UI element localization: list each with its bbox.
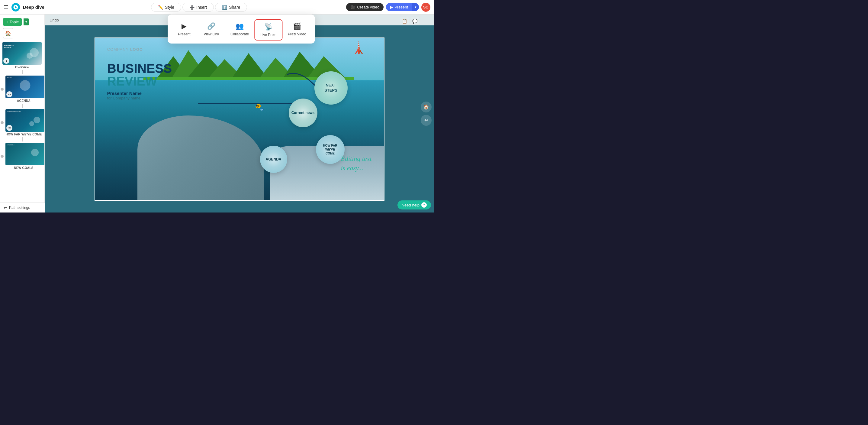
path-settings-icon: ⇌ [4, 205, 7, 210]
link-icon: 🔗 [207, 22, 215, 30]
topbar: ☰ Deep dive ✏️ Style ➕ Insert ⬆️ Share 🎥… [0, 0, 434, 15]
presenter-name: Presenter Name [107, 91, 172, 96]
next-steps-label: NEXT STEPS [324, 83, 337, 93]
notes-icon-button[interactable]: 📋 [400, 17, 409, 25]
slide-thumb-text-overview: BUSINESSREVIEW [4, 45, 13, 48]
connector-line-1 [22, 70, 23, 74]
present-dropdown-label: Present [178, 32, 190, 36]
home-panel-button[interactable]: 🏠 [421, 102, 432, 112]
side-dot-newgoals [1, 155, 4, 158]
slide-label-newgoals: NEW GOALS [5, 166, 42, 170]
slide-item-newgoals[interactable]: NEW GOALS NEW GOALS [0, 141, 44, 171]
slide-thumb-agenda: AGENDA 2-3 [5, 76, 45, 98]
topbar-left: ☰ Deep dive [4, 3, 52, 11]
slide-item-howfar[interactable]: HOW FAR WE'VE COME 4-11 HOW FAR WE'VE CO… [0, 108, 44, 137]
biz-title1: BUSINESS [107, 62, 172, 75]
prezivideo-label: Prezi Video [288, 32, 306, 36]
avatar[interactable]: SO [421, 3, 430, 12]
circle-current-news[interactable]: Current news [289, 98, 317, 127]
prezi-canvas[interactable]: 🗼 COMPANY LOGO BUSINESS REVIEW Presenter… [95, 37, 384, 201]
slide-connector-2 [0, 104, 44, 108]
company-name: for Company name [107, 96, 172, 101]
connector-line-3 [22, 137, 23, 141]
undo-button[interactable]: Undo [50, 18, 59, 22]
dropdown-item-present[interactable]: ▶ Present [170, 19, 198, 40]
slide-thumb-howfar: HOW FAR WE'VE COME 4-11 [5, 109, 45, 132]
viewlink-label: View Link [204, 32, 219, 36]
thumb-circle-2 [27, 53, 33, 59]
side-dot-agenda [1, 88, 4, 91]
circle-how-far[interactable]: HOW FAR WE'VE COME [316, 135, 345, 164]
need-help-button[interactable]: Need help ? [398, 200, 431, 209]
liveprezi-icon: 📡 [264, 23, 272, 31]
thumb-circle-newgoals [31, 149, 39, 156]
present-main-button[interactable]: ▶ Present [386, 3, 412, 11]
dropdown-item-prezivideo[interactable]: 🎬 Prezi Video [282, 19, 312, 40]
slide-thumb-text-agenda: AGENDA [7, 77, 12, 79]
liveprezi-label: Live Prezi [260, 33, 276, 37]
style-label: Style [165, 5, 174, 10]
divider-line [198, 103, 307, 104]
style-button[interactable]: ✏️ Style [151, 3, 181, 12]
back-panel-button[interactable]: ↩ [421, 115, 432, 126]
create-video-button[interactable]: 🎥 Create video [346, 3, 383, 11]
path-settings-label: Path settings [9, 205, 30, 210]
how-far-label: HOW FAR WE'VE COME [323, 144, 337, 155]
home-icon: 🏠 [5, 31, 11, 36]
topic-button[interactable]: + Topic [3, 18, 22, 26]
sidebar-top: + Topic ▾ [0, 17, 44, 28]
slide-badge-howfar: 4-11 [6, 125, 12, 131]
chat-icon-button[interactable]: 💬 [410, 17, 419, 25]
topic-dropdown-button[interactable]: ▾ [24, 19, 29, 25]
slide-thumb-newgoals: NEW GOALS [5, 143, 45, 165]
share-button[interactable]: ⬆️ Share [215, 3, 247, 12]
play-icon: ▶ [390, 5, 393, 9]
video-camera-icon: 🎥 [350, 5, 355, 9]
circle-next-steps[interactable]: NEXT STEPS [314, 71, 348, 105]
current-news-label: Current news [291, 111, 315, 115]
path-settings-bar[interactable]: ⇌ Path settings [0, 202, 45, 213]
share-label: Share [229, 5, 240, 10]
biz-title2: REVIEW [107, 75, 172, 88]
topic-label: Topic [10, 20, 19, 24]
slide-badge-agenda: 2-3 [6, 91, 12, 97]
brand-icon [11, 3, 20, 11]
insert-button[interactable]: ➕ Insert [182, 3, 214, 12]
logo-bold: LOGO [130, 47, 143, 52]
home-slide-button[interactable]: 🏠 [3, 28, 13, 38]
share-icon: ⬆️ [222, 5, 227, 10]
present-dropdown-icon: ▶ [182, 22, 187, 30]
right-panel: 🏠 ↩ [421, 102, 432, 126]
main-area: + Topic ▾ 🏠 BUSINESSREVIEW 1 Overview [0, 15, 434, 213]
collaborate-label: Collaborate [230, 32, 249, 36]
style-icon: ✏️ [158, 5, 163, 10]
slide-item-agenda[interactable]: AGENDA 2-3 AGENDA [0, 74, 44, 104]
lighthouse-icon: 🗼 [351, 41, 366, 54]
dropdown-item-liveprezi[interactable]: 📡 Live Prezi [254, 19, 282, 40]
sidebar: + Topic ▾ 🏠 BUSINESSREVIEW 1 Overview [0, 15, 45, 213]
editing-text: Editing textis easy... [341, 154, 371, 173]
connector-line-2 [22, 104, 23, 108]
chevron-down-icon: ▾ [415, 5, 416, 9]
slide-thumb-text-newgoals: NEW GOALS [7, 144, 14, 146]
slide-connector-1 [0, 70, 44, 74]
thumb-circle-howfar-1 [33, 117, 40, 123]
app-title: Deep dive [23, 4, 44, 10]
topright-icons: 📋 💬 [400, 17, 419, 25]
present-label: Present [395, 5, 408, 9]
insert-label: Insert [196, 5, 207, 10]
present-dropdown-button[interactable]: ▾ [412, 3, 419, 11]
slide-item-overview[interactable]: BUSINESSREVIEW 1 Overview [0, 41, 44, 70]
fish-icon-2: 🐟 [260, 107, 264, 111]
side-dot-howfar [1, 121, 4, 124]
dropdown-item-viewlink[interactable]: 🔗 View Link [198, 19, 225, 40]
present-button-group: ▶ Present ▾ [386, 3, 419, 11]
create-video-label: Create video [357, 5, 379, 9]
dropdown-item-collaborate[interactable]: 👥 Collaborate [225, 19, 254, 40]
slide-thumb-overview: BUSINESSREVIEW 1 [2, 42, 42, 65]
circle-agenda[interactable]: AGENDA [260, 146, 287, 173]
help-question-icon: ? [421, 202, 427, 208]
slide-label-howfar: HOW FAR WE'VE COME [5, 133, 42, 136]
hamburger-icon[interactable]: ☰ [4, 4, 8, 10]
topbar-right: 🎥 Create video ▶ Present ▾ SO [346, 3, 430, 12]
